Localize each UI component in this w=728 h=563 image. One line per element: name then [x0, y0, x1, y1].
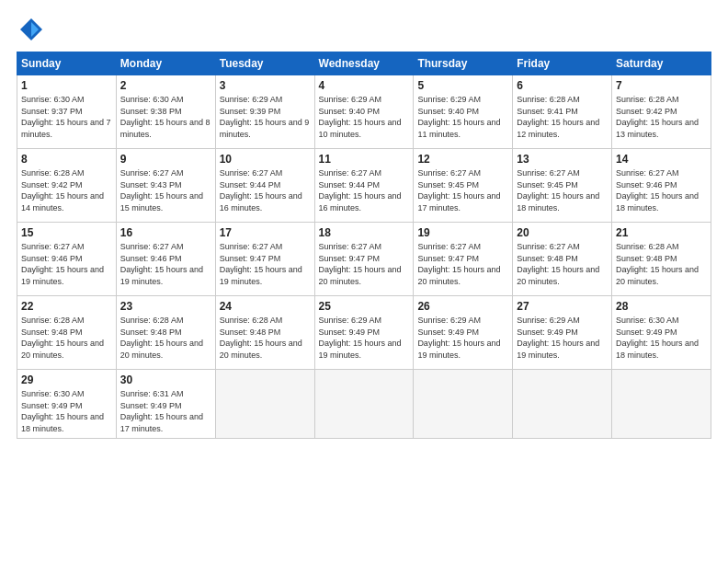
header [17, 17, 711, 42]
calendar-cell: 28Sunrise: 6:30 AMSunset: 9:49 PMDayligh… [612, 296, 711, 370]
day-info: Sunrise: 6:28 AMSunset: 9:48 PMDaylight:… [220, 315, 311, 361]
day-number: 13 [517, 153, 608, 166]
calendar-cell: 19Sunrise: 6:27 AMSunset: 9:47 PMDayligh… [414, 223, 513, 296]
calendar-cell: 17Sunrise: 6:27 AMSunset: 9:47 PMDayligh… [215, 223, 314, 296]
day-info: Sunrise: 6:28 AMSunset: 9:42 PMDaylight:… [616, 94, 707, 140]
weekday-header-row: SundayMondayTuesdayWednesdayThursdayFrid… [17, 52, 711, 75]
calendar-cell: 3Sunrise: 6:29 AMSunset: 9:39 PMDaylight… [215, 75, 314, 149]
page: SundayMondayTuesdayWednesdayThursdayFrid… [0, 0, 728, 563]
calendar-week-5: 29Sunrise: 6:30 AMSunset: 9:49 PMDayligh… [17, 370, 711, 439]
day-number: 3 [220, 79, 311, 92]
day-number: 1 [21, 79, 112, 92]
day-number: 25 [319, 300, 410, 313]
day-number: 19 [417, 226, 508, 239]
calendar-cell: 6Sunrise: 6:28 AMSunset: 9:41 PMDaylight… [513, 75, 612, 149]
day-number: 5 [417, 79, 508, 92]
calendar-cell: 21Sunrise: 6:28 AMSunset: 9:48 PMDayligh… [612, 223, 711, 296]
calendar-week-3: 15Sunrise: 6:27 AMSunset: 9:46 PMDayligh… [17, 223, 711, 296]
calendar-cell: 8Sunrise: 6:28 AMSunset: 9:42 PMDaylight… [17, 149, 117, 223]
day-number: 15 [21, 226, 112, 239]
weekday-thursday: Thursday [414, 52, 513, 75]
calendar-cell [414, 370, 513, 439]
calendar-cell: 27Sunrise: 6:29 AMSunset: 9:49 PMDayligh… [513, 296, 612, 370]
calendar-header: SundayMondayTuesdayWednesdayThursdayFrid… [17, 52, 711, 75]
day-number: 16 [120, 226, 211, 239]
day-info: Sunrise: 6:27 AMSunset: 9:46 PMDaylight:… [616, 167, 707, 213]
day-number: 7 [616, 79, 707, 92]
calendar-cell: 1Sunrise: 6:30 AMSunset: 9:37 PMDaylight… [17, 75, 117, 149]
logo-icon [18, 17, 44, 42]
day-number: 21 [616, 226, 707, 239]
day-info: Sunrise: 6:30 AMSunset: 9:38 PMDaylight:… [120, 94, 211, 140]
day-info: Sunrise: 6:29 AMSunset: 9:49 PMDaylight:… [517, 315, 608, 361]
day-number: 11 [319, 153, 410, 166]
day-number: 9 [120, 153, 211, 166]
day-info: Sunrise: 6:28 AMSunset: 9:42 PMDaylight:… [21, 167, 112, 213]
day-info: Sunrise: 6:30 AMSunset: 9:49 PMDaylight:… [616, 315, 707, 361]
calendar-cell [513, 370, 612, 439]
weekday-saturday: Saturday [612, 52, 711, 75]
calendar-cell: 14Sunrise: 6:27 AMSunset: 9:46 PMDayligh… [612, 149, 711, 223]
day-number: 14 [616, 153, 707, 166]
day-info: Sunrise: 6:27 AMSunset: 9:43 PMDaylight:… [120, 167, 211, 213]
day-number: 8 [21, 153, 112, 166]
calendar-cell: 23Sunrise: 6:28 AMSunset: 9:48 PMDayligh… [116, 296, 215, 370]
calendar-cell: 16Sunrise: 6:27 AMSunset: 9:46 PMDayligh… [116, 223, 215, 296]
day-number: 2 [120, 79, 211, 92]
calendar-table: SundayMondayTuesdayWednesdayThursdayFrid… [17, 52, 711, 439]
calendar-cell: 18Sunrise: 6:27 AMSunset: 9:47 PMDayligh… [314, 223, 414, 296]
day-info: Sunrise: 6:30 AMSunset: 9:37 PMDaylight:… [21, 94, 112, 140]
weekday-friday: Friday [513, 52, 612, 75]
day-number: 22 [21, 300, 112, 313]
calendar-cell: 15Sunrise: 6:27 AMSunset: 9:46 PMDayligh… [17, 223, 117, 296]
day-number: 10 [220, 153, 311, 166]
calendar-cell: 29Sunrise: 6:30 AMSunset: 9:49 PMDayligh… [17, 370, 117, 439]
calendar-cell: 20Sunrise: 6:27 AMSunset: 9:48 PMDayligh… [513, 223, 612, 296]
day-info: Sunrise: 6:28 AMSunset: 9:41 PMDaylight:… [517, 94, 608, 140]
calendar-cell [314, 370, 414, 439]
day-info: Sunrise: 6:29 AMSunset: 9:49 PMDaylight:… [417, 315, 508, 361]
day-number: 23 [120, 300, 211, 313]
calendar-cell: 30Sunrise: 6:31 AMSunset: 9:49 PMDayligh… [116, 370, 215, 439]
calendar-cell: 7Sunrise: 6:28 AMSunset: 9:42 PMDaylight… [612, 75, 711, 149]
calendar-body: 1Sunrise: 6:30 AMSunset: 9:37 PMDaylight… [17, 75, 711, 439]
day-info: Sunrise: 6:27 AMSunset: 9:47 PMDaylight:… [220, 241, 311, 287]
calendar-cell: 10Sunrise: 6:27 AMSunset: 9:44 PMDayligh… [215, 149, 314, 223]
day-info: Sunrise: 6:29 AMSunset: 9:49 PMDaylight:… [319, 315, 410, 361]
day-number: 18 [319, 226, 410, 239]
day-number: 6 [517, 79, 608, 92]
day-info: Sunrise: 6:27 AMSunset: 9:47 PMDaylight:… [319, 241, 410, 287]
day-number: 30 [120, 373, 211, 386]
day-number: 26 [417, 300, 508, 313]
day-info: Sunrise: 6:27 AMSunset: 9:48 PMDaylight:… [517, 241, 608, 287]
weekday-wednesday: Wednesday [314, 52, 414, 75]
day-number: 4 [319, 79, 410, 92]
day-info: Sunrise: 6:27 AMSunset: 9:45 PMDaylight:… [417, 167, 508, 213]
day-number: 27 [517, 300, 608, 313]
day-info: Sunrise: 6:28 AMSunset: 9:48 PMDaylight:… [616, 241, 707, 287]
calendar-cell: 25Sunrise: 6:29 AMSunset: 9:49 PMDayligh… [314, 296, 414, 370]
day-info: Sunrise: 6:27 AMSunset: 9:46 PMDaylight:… [21, 241, 112, 287]
day-info: Sunrise: 6:27 AMSunset: 9:44 PMDaylight:… [319, 167, 410, 213]
calendar-cell: 12Sunrise: 6:27 AMSunset: 9:45 PMDayligh… [414, 149, 513, 223]
day-info: Sunrise: 6:29 AMSunset: 9:39 PMDaylight:… [220, 94, 311, 140]
day-number: 17 [220, 226, 311, 239]
day-info: Sunrise: 6:28 AMSunset: 9:48 PMDaylight:… [21, 315, 112, 361]
day-info: Sunrise: 6:28 AMSunset: 9:48 PMDaylight:… [120, 315, 211, 361]
calendar-cell: 9Sunrise: 6:27 AMSunset: 9:43 PMDaylight… [116, 149, 215, 223]
day-info: Sunrise: 6:27 AMSunset: 9:45 PMDaylight:… [517, 167, 608, 213]
day-info: Sunrise: 6:27 AMSunset: 9:47 PMDaylight:… [417, 241, 508, 287]
calendar-cell: 4Sunrise: 6:29 AMSunset: 9:40 PMDaylight… [314, 75, 414, 149]
weekday-sunday: Sunday [17, 52, 117, 75]
day-info: Sunrise: 6:27 AMSunset: 9:44 PMDaylight:… [220, 167, 311, 213]
calendar-cell: 13Sunrise: 6:27 AMSunset: 9:45 PMDayligh… [513, 149, 612, 223]
calendar-cell: 24Sunrise: 6:28 AMSunset: 9:48 PMDayligh… [215, 296, 314, 370]
weekday-tuesday: Tuesday [215, 52, 314, 75]
day-info: Sunrise: 6:27 AMSunset: 9:46 PMDaylight:… [120, 241, 211, 287]
day-number: 12 [417, 153, 508, 166]
calendar-cell: 26Sunrise: 6:29 AMSunset: 9:49 PMDayligh… [414, 296, 513, 370]
day-number: 24 [220, 300, 311, 313]
day-info: Sunrise: 6:30 AMSunset: 9:49 PMDaylight:… [21, 388, 112, 434]
calendar-cell: 11Sunrise: 6:27 AMSunset: 9:44 PMDayligh… [314, 149, 414, 223]
calendar-cell: 22Sunrise: 6:28 AMSunset: 9:48 PMDayligh… [17, 296, 117, 370]
